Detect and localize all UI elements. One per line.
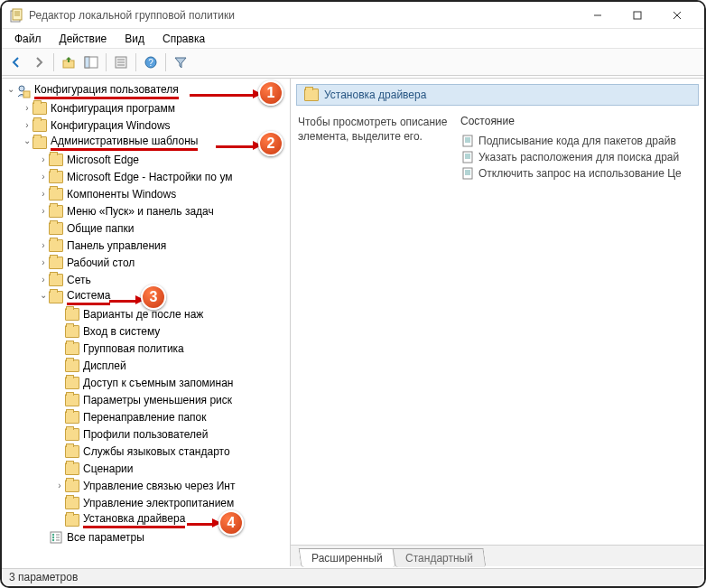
folder-icon	[49, 222, 63, 235]
tree-node[interactable]: Групповая политика	[54, 340, 290, 357]
folder-icon	[49, 257, 63, 269]
column-header-state[interactable]: Состояние	[460, 115, 697, 127]
toolbar-separator	[53, 53, 54, 71]
forward-button[interactable]	[28, 51, 50, 73]
folder-icon	[49, 171, 63, 183]
tree-node-admin-templates[interactable]: Административные шаблоны	[22, 134, 290, 151]
policy-icon	[460, 166, 475, 181]
tree-node[interactable]: Сеть	[38, 271, 290, 288]
policy-icon	[460, 134, 475, 148]
folder-icon	[65, 445, 79, 458]
folder-icon	[65, 342, 79, 355]
toolbar-separator	[165, 53, 166, 71]
minimize-button[interactable]	[578, 2, 618, 29]
tree-pane: Конфигурация пользователя Конфигурация п…	[2, 79, 291, 566]
tree-node[interactable]: Вход в систему	[54, 322, 290, 340]
tree-node[interactable]: Управление электропитанием	[54, 494, 290, 511]
settings-list-icon	[49, 530, 63, 545]
folder-icon	[49, 239, 63, 252]
tree-node[interactable]: Доступ к съемным запоминан	[54, 374, 290, 391]
tree-label: Меню «Пуск» и панель задач	[67, 205, 214, 218]
tree-label: Административные шаблоны	[51, 135, 198, 151]
tree-label: Система	[67, 289, 110, 305]
tree-label: Службы языковых стандарто	[83, 445, 230, 458]
tree-label: Дисплей	[83, 359, 126, 372]
svg-rect-1	[13, 9, 22, 20]
tree-label: Профили пользователей	[83, 428, 208, 441]
menu-view[interactable]: Вид	[117, 31, 152, 47]
status-text: 3 параметров	[9, 571, 78, 583]
back-button[interactable]	[5, 51, 27, 73]
tree-label: Перенаправление папок	[83, 411, 207, 424]
tree-label: Рабочий стол	[67, 257, 135, 269]
tree-node[interactable]: Компоненты Windows	[38, 185, 290, 202]
annotation-line	[187, 523, 214, 526]
tree-node[interactable]: Перенаправление папок	[54, 408, 290, 425]
tree-label: Вход в систему	[83, 325, 160, 338]
details-tabs: Расширенный Стандартный	[291, 545, 704, 566]
tree-label: Управление связью через Инт	[83, 480, 235, 492]
tree-node[interactable]: Варианты де после наж	[54, 305, 290, 322]
toolbar-separator	[135, 53, 136, 71]
maximize-button[interactable]	[618, 2, 657, 29]
close-button[interactable]	[657, 2, 697, 29]
tab-standard[interactable]: Стандартный	[392, 548, 486, 567]
folder-icon	[65, 428, 79, 441]
tree-label: Установка драйвера	[83, 512, 185, 528]
tree-label: Групповая политика	[83, 342, 184, 355]
filter-button[interactable]	[170, 51, 191, 73]
folder-icon	[304, 89, 319, 101]
folder-icon	[65, 480, 79, 492]
details-header: Установка драйвера	[296, 84, 699, 106]
folder-icon	[65, 497, 79, 509]
menu-bar: Файл Действие Вид Справка	[2, 29, 704, 49]
user-config-icon	[16, 84, 31, 98]
tree-node[interactable]: Профили пользователей	[54, 425, 290, 443]
tree-node[interactable]: Параметры уменьшения риск	[54, 391, 290, 408]
properties-button[interactable]	[110, 51, 132, 73]
tree-node[interactable]: Сценарии	[54, 460, 290, 477]
tree-node-driver-install[interactable]: Установка драйвера	[54, 511, 290, 528]
setting-label: Указать расположения для поиска драй	[478, 151, 679, 163]
folder-icon	[49, 205, 63, 218]
setting-item[interactable]: Подписывание кода для пакетов драйв	[460, 133, 697, 149]
folder-icon	[65, 377, 79, 389]
folder-icon	[65, 325, 79, 338]
tree-node[interactable]: Управление связью через Инт	[54, 477, 290, 494]
menu-file[interactable]: Файл	[7, 31, 49, 47]
tree-node[interactable]: Конфигурация программ	[22, 99, 290, 117]
folder-icon	[49, 291, 63, 303]
tree-node[interactable]: Службы языковых стандарто	[54, 443, 290, 460]
tree-label: Варианты де после наж	[83, 308, 203, 321]
tab-extended[interactable]: Расширенный	[299, 548, 395, 567]
tree-node[interactable]: Общие папки	[38, 219, 290, 237]
svg-rect-35	[463, 168, 472, 179]
annotation-badge-4: 4	[218, 510, 244, 536]
folder-icon	[65, 462, 79, 475]
menu-help[interactable]: Справка	[155, 31, 212, 47]
tree-node[interactable]: Рабочий стол	[38, 254, 290, 271]
annotation-line	[216, 145, 255, 148]
help-button[interactable]: ?	[140, 51, 162, 73]
annotation-badge-2: 2	[258, 131, 283, 156]
setting-item[interactable]: Указать расположения для поиска драй	[460, 149, 697, 165]
show-hide-tree-button[interactable]	[80, 51, 102, 73]
up-button[interactable]	[58, 51, 79, 73]
folder-icon	[65, 394, 79, 406]
svg-rect-19	[23, 91, 30, 98]
folder-icon	[33, 102, 47, 115]
tree-node[interactable]: Меню «Пуск» и панель задач	[38, 202, 290, 219]
tree-node-user-config[interactable]: Конфигурация пользователя	[5, 82, 290, 99]
menu-action[interactable]: Действие	[52, 31, 115, 47]
tree-node[interactable]: Конфигурация Windows	[22, 117, 290, 134]
tree-node-all-settings[interactable]: Все параметры	[38, 528, 290, 546]
details-hint: Чтобы просмотреть описание элемента, выд…	[298, 115, 451, 144]
setting-item[interactable]: Отключить запрос на использование Це	[460, 165, 697, 182]
tree-node[interactable]: Microsoft Edge - Настройки по ум	[38, 168, 290, 185]
tree-label: Microsoft Edge	[67, 154, 139, 166]
folder-icon	[65, 411, 79, 424]
tree-node[interactable]: Microsoft Edge	[38, 151, 290, 168]
tree-node[interactable]: Панель управления	[38, 237, 290, 254]
tree-node[interactable]: Дисплей	[54, 357, 290, 374]
tree-label: Конфигурация программ	[51, 102, 175, 115]
